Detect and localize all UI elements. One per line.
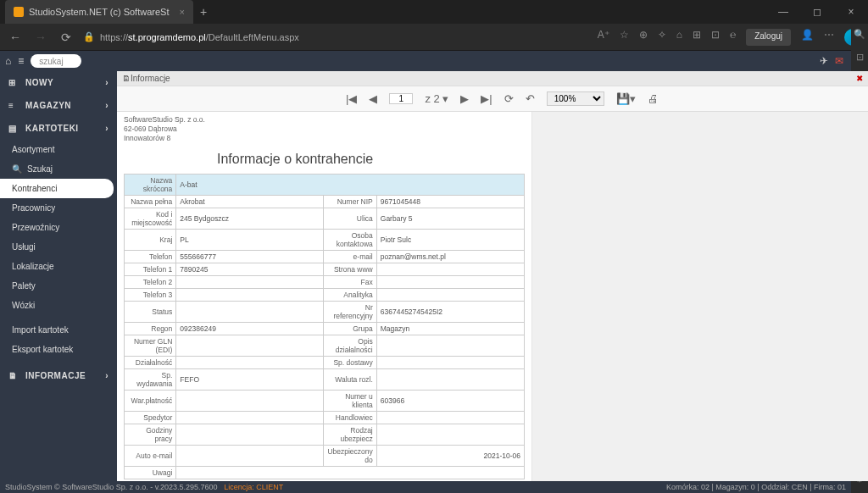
print-button[interactable]: 🖨 xyxy=(648,92,659,105)
chevron-right-icon: › xyxy=(105,371,108,380)
ext3-icon[interactable]: ⊡ xyxy=(711,29,720,46)
window-close-button[interactable]: × xyxy=(834,0,868,24)
sidebar-item-szukaj[interactable]: 🔍Szukaj xyxy=(0,159,117,179)
status-bar: StudioSystem © SoftwareStudio Sp. z o.o.… xyxy=(0,481,851,493)
sidebar-section-kartoteki[interactable]: ▤ KARTOTEKI › xyxy=(0,117,117,140)
zoom-select[interactable]: 100% xyxy=(547,91,604,106)
next-page-button[interactable]: ▶ xyxy=(460,92,469,105)
window-minimize-button[interactable]: — xyxy=(766,0,800,24)
save-button[interactable]: 💾▾ xyxy=(616,92,636,105)
close-tab-icon[interactable]: × xyxy=(179,7,184,17)
mail-icon[interactable]: ✉ xyxy=(835,55,843,67)
sidebar-item-kontrahenci[interactable]: Kontrahenci xyxy=(0,179,114,198)
url-input[interactable]: 🔒 https://st.programdemo.pl/DefaultLeftM… xyxy=(83,31,589,42)
collections-icon[interactable]: ⊞ xyxy=(693,29,701,46)
warehouse-icon: ≡ xyxy=(8,101,19,110)
forward-button[interactable]: → xyxy=(32,30,49,44)
menu-icon[interactable]: ≡ xyxy=(18,55,24,67)
sidebar-item-usługi[interactable]: Usługi xyxy=(0,237,117,257)
company-street: Innowatorów 8 xyxy=(124,134,525,143)
info-table: Nazwa skróconaA-bat Nazwa pełnaAkrobatNu… xyxy=(124,174,525,479)
new-tab-button[interactable]: + xyxy=(200,5,207,19)
refresh-report-button[interactable]: ⟳ xyxy=(504,92,514,105)
sidebar-item-lokalizacje[interactable]: Lokalizacje xyxy=(0,257,117,276)
ext4-icon[interactable]: ℮ xyxy=(730,29,736,46)
star-icon[interactable]: ☆ xyxy=(620,29,629,46)
browser-tab[interactable]: StudioSystem.NET (c) SoftwareSt × xyxy=(5,0,193,24)
window-maximize-button[interactable]: ◻ xyxy=(800,0,834,24)
profile-icon[interactable]: 👤 xyxy=(801,29,814,46)
sidebar-section-magazyn[interactable]: ≡ MAGAZYN › xyxy=(0,94,117,117)
page-number-input[interactable] xyxy=(389,93,413,104)
license-link[interactable]: Licencja: CLIENT xyxy=(224,483,283,491)
sidebar-item-przewoźnicy[interactable]: Przewoźnicy xyxy=(0,218,117,237)
content-header: 🗎 Informacje ✖ xyxy=(117,71,868,86)
app-topbar: ⌂ ≡ szukaj ✈ ✉ 👤 xyxy=(0,51,868,71)
company-name: SoftwareStudio Sp. z o.o. xyxy=(124,115,525,125)
menu-button[interactable]: ⋯ xyxy=(824,29,834,46)
search-input[interactable]: szukaj xyxy=(31,54,81,68)
login-button[interactable]: Zaloguj xyxy=(746,29,791,46)
back-button[interactable]: ← xyxy=(7,30,24,44)
content-title: Informacje xyxy=(131,74,170,83)
sidebar-item-palety[interactable]: Palety xyxy=(0,276,117,296)
app-sidebar: ⊞ NOWY › ≡ MAGAZYN › ▤ KARTOTEKI › Asort… xyxy=(0,71,117,481)
company-city: 62-069 Dąbrowa xyxy=(124,125,525,134)
refresh-button[interactable]: ⟳ xyxy=(58,30,75,44)
sidebar-section-nowy[interactable]: ⊞ NOWY › xyxy=(0,71,117,94)
doc-icon: 🗎 xyxy=(122,74,131,83)
browser-address-bar: ← → ⟳ 🔒 https://st.programdemo.pl/Defaul… xyxy=(0,24,868,51)
last-page-button[interactable]: ▶| xyxy=(481,92,492,105)
chevron-right-icon: › xyxy=(105,78,108,87)
cards-icon: ▤ xyxy=(8,124,19,133)
item-icon: 🔍 xyxy=(12,164,22,174)
back-parent-button[interactable]: ↶ xyxy=(526,92,535,105)
chevron-right-icon: › xyxy=(105,101,108,110)
favorites-icon[interactable]: ⌂ xyxy=(676,29,682,46)
sidebar-item-wózki[interactable]: Wózki xyxy=(0,296,117,315)
edge-bag-icon[interactable]: ⊡ xyxy=(856,52,864,63)
lock-icon: 🔒 xyxy=(83,31,95,42)
prev-page-button[interactable]: ◀ xyxy=(369,92,377,105)
status-left: StudioSystem © SoftwareStudio Sp. z o.o.… xyxy=(5,483,218,491)
sidebar-item-pracownicy[interactable]: Pracownicy xyxy=(0,198,117,218)
sidebar-item-import-kartotek[interactable]: Import kartotek xyxy=(0,320,117,340)
plus-box-icon: ⊞ xyxy=(8,78,19,87)
edge-search-icon[interactable]: 🔍 xyxy=(854,29,865,40)
status-right: Komórka: 02 | Magazyn: 0 | Oddział: CEN … xyxy=(666,483,846,491)
sidebar-item-eksport-kartotek[interactable]: Eksport kartotek xyxy=(0,340,117,359)
report-toolbar: |◀ ◀ z 2 ▾ ▶ ▶| ⟳ ↶ 100% 💾▾ 🖨 xyxy=(117,86,868,112)
send-icon[interactable]: ✈ xyxy=(820,55,828,67)
ext1-icon[interactable]: ⊕ xyxy=(639,29,648,46)
tab-favicon xyxy=(14,7,24,17)
tab-title: StudioSystem.NET (c) SoftwareSt xyxy=(29,7,169,17)
window-titlebar: StudioSystem.NET (c) SoftwareSt × + — ◻ … xyxy=(0,0,868,24)
read-aloud-icon[interactable]: A⁺ xyxy=(598,29,609,46)
sidebar-item-asortyment[interactable]: Asortyment xyxy=(0,140,117,159)
report-title: Informacje o kontrahencie xyxy=(217,152,525,167)
chevron-right-icon: › xyxy=(105,124,108,133)
close-panel-icon[interactable]: ✖ xyxy=(856,74,863,83)
content-area: 🗎 Informacje ✖ |◀ ◀ z 2 ▾ ▶ ▶| ⟳ ↶ 100% … xyxy=(117,71,868,481)
sidebar-section-informacje[interactable]: 🗎 INFORMACJE › xyxy=(0,364,117,387)
report-body: SoftwareStudio Sp. z o.o. 62-069 Dąbrowa… xyxy=(117,112,532,481)
home-icon[interactable]: ⌂ xyxy=(5,55,11,67)
first-page-button[interactable]: |◀ xyxy=(346,92,357,105)
ext2-icon[interactable]: ✧ xyxy=(658,29,666,46)
doc-icon: 🗎 xyxy=(8,371,19,380)
page-of-label: z 2 ▾ xyxy=(425,92,448,105)
